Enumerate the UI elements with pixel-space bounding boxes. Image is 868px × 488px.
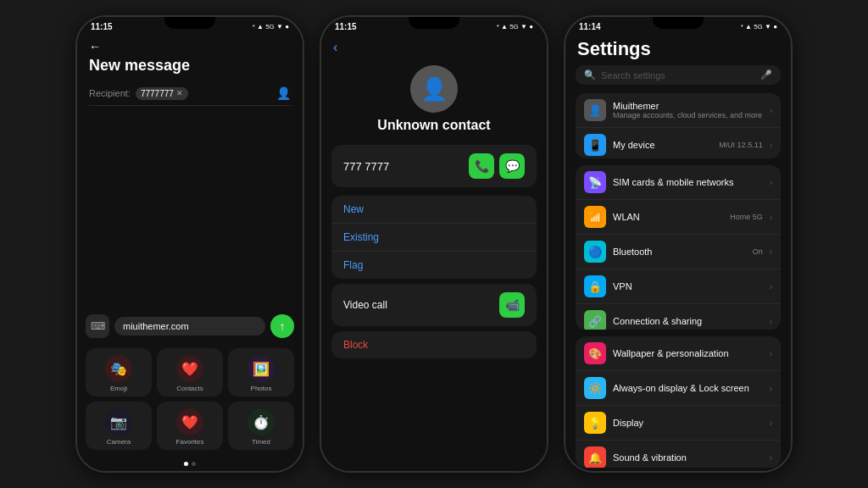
row-display[interactable]: 💡 Display › — [576, 406, 781, 441]
row-sim[interactable]: 📡 SIM cards & mobile networks › — [576, 165, 781, 200]
status-time-1: 11:15 — [91, 22, 113, 31]
chevron-bluetooth: › — [770, 247, 772, 257]
qa-favorites[interactable]: ❤️ Favorites — [157, 402, 223, 450]
mydevice-icon: 📱 — [584, 134, 606, 156]
phone-card: 777 7777 📞 💬 — [331, 145, 537, 187]
sound-text: Sound & vibration — [613, 452, 763, 463]
status-icons-2: * ▲ 5G ▼ ● — [497, 23, 533, 30]
row-sound[interactable]: 🔔 Sound & vibration › — [576, 441, 781, 468]
wallpaper-text: Wallpaper & personalization — [613, 348, 763, 358]
phone-number: 777 7777 — [343, 160, 389, 173]
bluetooth-badge: On — [753, 247, 763, 256]
connection-icon: 🔗 — [584, 310, 606, 330]
vpn-icon: 🔒 — [584, 275, 606, 297]
chevron-aod: › — [770, 384, 772, 393]
search-placeholder: Search settings — [601, 70, 755, 80]
chevron-sound: › — [770, 453, 772, 463]
recipient-row: Recipient: 7777777 ✕ 👤 — [77, 81, 303, 105]
search-bar[interactable]: 🔍 Search settings 🎤 — [576, 65, 781, 85]
back-chevron[interactable]: ‹ — [333, 40, 337, 55]
status-time-2: 11:15 — [335, 22, 357, 31]
miuithemer-icon: 👤 — [584, 99, 606, 121]
back-arrow[interactable]: ← — [89, 40, 101, 53]
block-option[interactable]: Block — [331, 331, 537, 358]
phone-settings: 11:14 * ▲ 5G ▼ ● Settings 🔍 Search setti… — [564, 15, 793, 473]
chevron-connection: › — [770, 317, 772, 326]
row-miuithemer[interactable]: 👤 Miuithemer Manage accounts, cloud serv… — [576, 93, 781, 128]
row-wlan[interactable]: 📶 WLAN Home 5G › — [576, 200, 781, 235]
display-text: Display — [613, 418, 763, 428]
qa-photos[interactable]: 🖼️ Photos — [228, 348, 294, 396]
status-icons-1: * ▲ 5G ▼ ● — [253, 23, 289, 30]
notch-2 — [409, 17, 459, 29]
screen-1: ← New message Recipient: 7777777 ✕ 👤 ⌨ m… — [77, 33, 303, 471]
qa-emoji[interactable]: 🎭 Emoji — [86, 348, 152, 396]
new-message-title: New message — [89, 57, 291, 75]
option-new[interactable]: New — [331, 196, 537, 224]
wlan-badge: Home 5G — [730, 213, 763, 221]
recipient-label: Recipient: — [89, 88, 131, 98]
row-aod[interactable]: 🔆 Always-on display & Lock screen › — [576, 371, 781, 406]
action-btns: 📞 💬 — [469, 153, 525, 179]
section-network: 📡 SIM cards & mobile networks › 📶 WLAN H… — [576, 165, 781, 330]
chevron-display: › — [770, 419, 772, 428]
wlan-icon: 📶 — [584, 206, 606, 228]
quick-actions: 🎭 Emoji ❤️ Contacts 🖼️ Photos 📷 Camera ❤… — [77, 343, 303, 458]
vpn-text: VPN — [613, 281, 763, 291]
chevron-miuithemer: › — [770, 106, 772, 115]
phone-contact: 11:15 * ▲ 5G ▼ ● ‹ 👤 Unknown contact 777… — [320, 15, 548, 473]
mic-icon[interactable]: 🎤 — [760, 69, 772, 80]
settings-title: Settings — [565, 33, 791, 65]
row-bluetooth[interactable]: 🔵 Bluetooth On › — [576, 235, 781, 269]
message-btn[interactable]: 💬 — [499, 153, 525, 179]
dot-2 — [192, 462, 196, 466]
msg-spacer — [77, 106, 303, 309]
display-icon: 💡 — [584, 412, 606, 434]
send-btn[interactable]: ↑ — [270, 314, 294, 338]
video-label: Video call — [343, 299, 387, 311]
bluetooth-icon: 🔵 — [584, 241, 606, 263]
bluetooth-text: Bluetooth — [613, 247, 746, 257]
contact-icon[interactable]: 👤 — [276, 86, 291, 100]
qa-timed[interactable]: ⏱️ Timed — [228, 402, 294, 450]
screen-3: Settings 🔍 Search settings 🎤 👤 Miuitheme… — [565, 33, 791, 471]
qa-camera[interactable]: 📷 Camera — [86, 402, 152, 450]
wlan-text: WLAN — [613, 212, 723, 222]
row-vpn[interactable]: 🔒 VPN › — [576, 269, 781, 304]
row-mydevice[interactable]: 📱 My device MIUI 12.5.11 › — [576, 128, 781, 158]
row-connection[interactable]: 🔗 Connection & sharing › — [576, 304, 781, 330]
wallpaper-icon: 🎨 — [584, 342, 606, 364]
status-icons-3: * ▲ 5G ▼ ● — [741, 23, 777, 30]
video-card: Video call 📹 — [331, 284, 537, 326]
keyboard-btn[interactable]: ⌨ — [86, 314, 109, 338]
dot-1 — [184, 462, 188, 466]
option-flag[interactable]: Flag — [331, 252, 537, 279]
msg-input[interactable]: miuithemer.com — [114, 317, 265, 336]
row-wallpaper[interactable]: 🎨 Wallpaper & personalization › — [576, 336, 781, 371]
chevron-wallpaper: › — [770, 349, 772, 358]
section-display: 🎨 Wallpaper & personalization › 🔆 Always… — [576, 336, 781, 468]
contact-body: 👤 Unknown contact — [321, 58, 547, 141]
status-time-3: 11:14 — [579, 22, 601, 31]
dots-row — [77, 458, 303, 471]
recipient-chip[interactable]: 7777777 ✕ — [136, 87, 188, 100]
chevron-mydevice: › — [770, 141, 772, 150]
option-existing[interactable]: Existing — [331, 224, 537, 252]
video-call-btn[interactable]: 📹 — [499, 292, 525, 318]
chevron-wlan: › — [770, 213, 772, 222]
qa-contacts[interactable]: ❤️ Contacts — [157, 348, 223, 396]
sound-icon: 🔔 — [584, 446, 606, 468]
sim-text: SIM cards & mobile networks — [613, 177, 763, 187]
chevron-sim: › — [770, 178, 772, 187]
call-btn[interactable]: 📞 — [469, 153, 494, 179]
aod-icon: 🔆 — [584, 377, 606, 399]
contact-options: New Existing Flag — [331, 196, 537, 279]
notch — [164, 17, 215, 29]
sim-icon: 📡 — [584, 171, 606, 193]
contact-header: ‹ — [321, 33, 547, 58]
mydevice-text: My device — [613, 140, 712, 150]
avatar: 👤 — [410, 65, 458, 113]
remove-recipient[interactable]: ✕ — [176, 89, 183, 97]
connection-text: Connection & sharing — [613, 316, 763, 326]
contact-name: Unknown contact — [377, 118, 490, 133]
